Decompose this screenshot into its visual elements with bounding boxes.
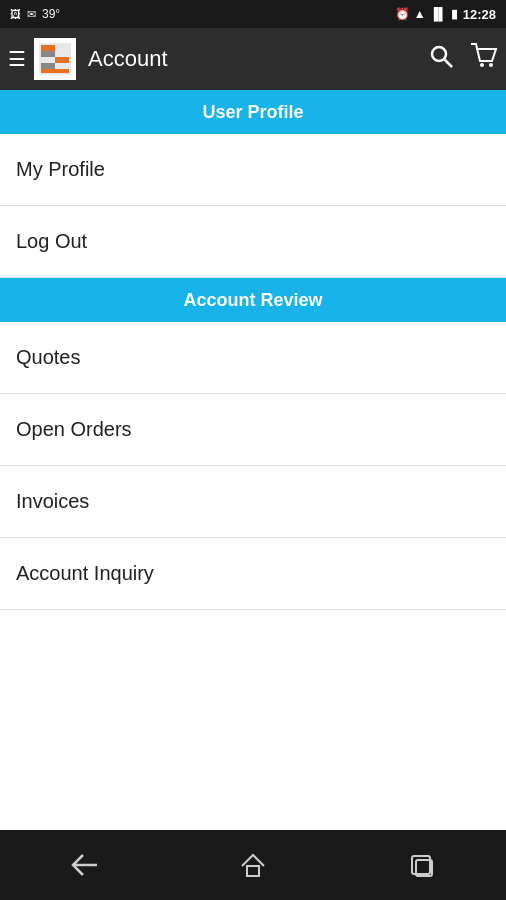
svg-rect-12 bbox=[412, 856, 430, 874]
nav-bar: ☰ Account bbox=[0, 28, 506, 90]
home-button[interactable] bbox=[223, 845, 283, 885]
svg-rect-11 bbox=[247, 866, 259, 876]
account-inquiry-label: Account Inquiry bbox=[16, 562, 154, 585]
status-time: 12:28 bbox=[463, 7, 496, 22]
svg-rect-2 bbox=[41, 51, 55, 57]
bottom-bar bbox=[0, 830, 506, 900]
my-profile-label: My Profile bbox=[16, 158, 105, 181]
status-bar: 🖼 ✉ 39° ⏰ ▲ ▐▌ ▮ 12:28 bbox=[0, 0, 506, 28]
open-orders-item[interactable]: Open Orders bbox=[0, 394, 506, 466]
nav-title: Account bbox=[88, 46, 428, 72]
svg-point-6 bbox=[432, 47, 446, 61]
invoices-item[interactable]: Invoices bbox=[0, 466, 506, 538]
alarm-icon: ⏰ bbox=[395, 7, 410, 21]
svg-rect-5 bbox=[41, 69, 69, 73]
back-button[interactable] bbox=[54, 845, 114, 885]
signal-icon: ▐▌ bbox=[430, 7, 447, 21]
svg-line-7 bbox=[444, 59, 452, 67]
user-profile-label: User Profile bbox=[202, 102, 303, 123]
system-icons: ⏰ ▲ ▐▌ ▮ bbox=[395, 7, 458, 21]
account-review-header: Account Review bbox=[0, 278, 506, 322]
account-inquiry-item[interactable]: Account Inquiry bbox=[0, 538, 506, 610]
search-icon[interactable] bbox=[428, 43, 454, 75]
log-out-item[interactable]: Log Out bbox=[0, 206, 506, 278]
quotes-label: Quotes bbox=[16, 346, 80, 369]
weather-icon: 39° bbox=[42, 7, 60, 21]
svg-rect-4 bbox=[41, 63, 55, 69]
user-profile-header: User Profile bbox=[0, 90, 506, 134]
svg-rect-1 bbox=[41, 45, 55, 51]
menu-list: User Profile My Profile Log Out Account … bbox=[0, 90, 506, 830]
svg-point-9 bbox=[489, 63, 493, 67]
status-right: ⏰ ▲ ▐▌ ▮ 12:28 bbox=[395, 7, 496, 22]
battery-icon: ▮ bbox=[451, 7, 458, 21]
invoices-label: Invoices bbox=[16, 490, 89, 513]
nav-actions bbox=[428, 43, 498, 75]
logo-svg bbox=[37, 41, 73, 77]
status-left: 🖼 ✉ 39° bbox=[10, 7, 60, 21]
hamburger-icon[interactable]: ☰ bbox=[8, 47, 26, 71]
my-profile-item[interactable]: My Profile bbox=[0, 134, 506, 206]
wifi-icon: ▲ bbox=[414, 7, 426, 21]
log-out-label: Log Out bbox=[16, 230, 87, 253]
open-orders-label: Open Orders bbox=[16, 418, 132, 441]
quotes-item[interactable]: Quotes bbox=[0, 322, 506, 394]
app-logo bbox=[34, 38, 76, 80]
email-icon: ✉ bbox=[27, 8, 36, 21]
svg-point-8 bbox=[480, 63, 484, 67]
account-review-label: Account Review bbox=[183, 290, 322, 311]
recents-button[interactable] bbox=[392, 845, 452, 885]
cart-icon[interactable] bbox=[470, 43, 498, 75]
picture-icon: 🖼 bbox=[10, 8, 21, 20]
svg-rect-3 bbox=[55, 57, 69, 63]
